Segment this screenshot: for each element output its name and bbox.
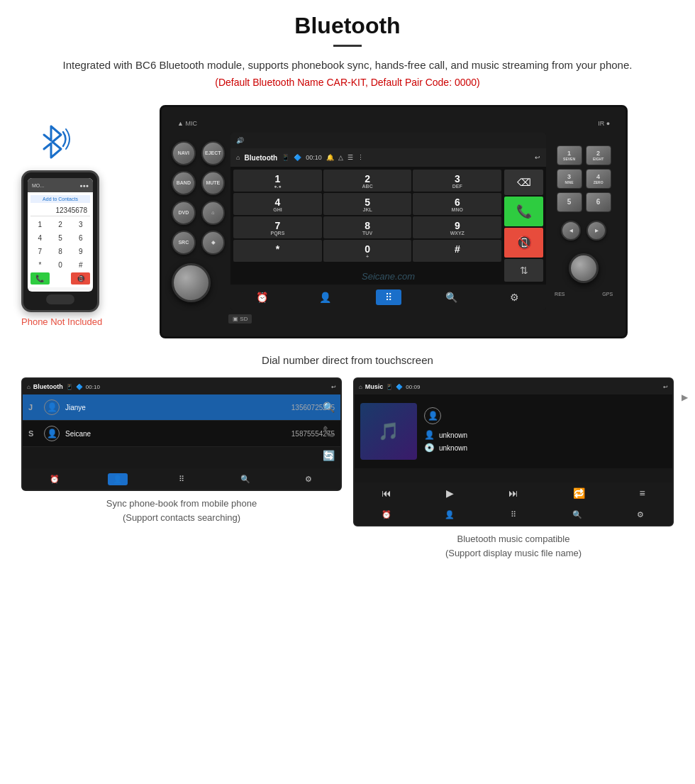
screen-icon-5: ⋮ (357, 154, 364, 161)
music-album: unknown (439, 444, 467, 452)
phone-screen: MO... ●●● Add to Contacts 12345678 1 2 3… (28, 178, 93, 292)
music-mini-nav-clock[interactable]: ⏰ (377, 510, 396, 519)
btn-3-nine[interactable]: 3NINE (557, 169, 582, 189)
dial-end-button[interactable]: 📵 (504, 228, 543, 258)
contact-letter-s: S (28, 429, 38, 438)
mute-button[interactable]: MUTE (201, 171, 226, 195)
mini-nav-clock[interactable]: ⏰ (45, 475, 65, 484)
title-divider (333, 45, 362, 47)
dial-key-star[interactable]: * (233, 240, 322, 262)
call-icon[interactable]: 📞 (323, 426, 335, 437)
music-mini-nav-search[interactable]: 🔍 (567, 510, 587, 519)
contacts-home-icon: ⌂ (27, 384, 30, 390)
dial-key-8[interactable]: 8TUV (323, 216, 412, 238)
dial-key-2[interactable]: 2ABC (323, 170, 412, 192)
home-button[interactable]: ⌂ (201, 201, 226, 225)
bluetooth-icon (31, 119, 74, 162)
refresh-icon[interactable]: 🔄 (323, 450, 335, 461)
sd-label: ▣ SD (228, 314, 252, 324)
dial-key-5[interactable]: 5JKL (323, 193, 412, 215)
nav-search[interactable]: 🔍 (439, 292, 465, 303)
contacts-action-icons: 🔍 📞 🔄 (323, 402, 335, 461)
dial-key-3[interactable]: 3DEF (413, 170, 501, 192)
search-icon[interactable]: 🔍 (323, 402, 335, 413)
car-unit: ▲ MIC IR ● NAVI EJECT BAND MUTE DVD (160, 105, 628, 338)
music-phone-icon: 📱 (386, 384, 393, 390)
dial-delete-button[interactable]: ⌫ (504, 170, 543, 195)
prev-track-icon[interactable]: ⏮ (382, 487, 391, 499)
bluetooth-status-icon: 🔷 (294, 154, 301, 161)
music-screen: ⌂ Music 📱 🔷 00:09 ↩ 🎵 👤 👤 (353, 377, 674, 526)
contact-avatar-j: 👤 (44, 399, 60, 415)
repeat-icon[interactable]: 🔁 (573, 487, 585, 499)
band-button[interactable]: BAND (172, 171, 196, 195)
dial-transfer-button[interactable]: ⇅ (504, 259, 543, 282)
dial-key-hash[interactable]: # (413, 240, 501, 262)
album-art: 🎵 (360, 403, 417, 460)
bluetooth-icon-area (31, 119, 74, 165)
screen-icon-4: ☰ (348, 154, 353, 161)
mini-nav-person[interactable]: 👤 (108, 473, 128, 485)
left-knob[interactable] (172, 263, 211, 302)
contacts-back-icon: ↩ (331, 384, 336, 390)
dial-key-0[interactable]: 0+ (323, 240, 412, 262)
dvd-button[interactable]: DVD (172, 201, 196, 225)
phone-number-display: 12345678 (30, 205, 90, 216)
page-title: Bluetooth (43, 13, 652, 39)
dial-call-button[interactable]: 📞 (504, 197, 543, 226)
page-note: (Default Bluetooth Name CAR-KIT, Default… (43, 77, 652, 88)
nav-person[interactable]: 👤 (313, 292, 338, 303)
btn-2-eight[interactable]: 2EIGHT (586, 145, 611, 165)
dial-key-7[interactable]: 7PQRS (233, 216, 322, 238)
phone-key-7: 7 (30, 245, 50, 258)
prev-button[interactable]: ◀ (561, 221, 581, 241)
nav-apps[interactable]: ⠿ (376, 289, 401, 305)
extra-button[interactable]: ◈ (201, 231, 226, 255)
page-header: Bluetooth Integrated with BC6 Bluetooth … (0, 0, 695, 105)
next-button[interactable]: ▶ (586, 221, 606, 241)
contact-letter-j: J (28, 403, 38, 412)
eject-button[interactable]: EJECT (201, 141, 226, 165)
phone-key-hash: # (71, 259, 90, 271)
phone-screen-top: MO... ●●● (28, 178, 93, 192)
mini-nav-search[interactable]: 🔍 (235, 475, 255, 484)
navi-button[interactable]: NAVI (172, 141, 196, 165)
nav-settings[interactable]: ⚙ (502, 292, 528, 303)
dial-area: 1●.● 2ABC 3DEF 4GHI 5JKL 6MNO 7PQRS (230, 167, 546, 285)
dial-key-4[interactable]: 4GHI (233, 193, 322, 215)
music-album-row: 💿 unknown (424, 443, 667, 453)
dial-key-1[interactable]: 1●.● (233, 170, 322, 192)
right-knob[interactable] (569, 253, 599, 283)
car-right-buttons: 1SEVEN 2EIGHT 3NINE 4ZERO 5 6 ◀ ▶ RES (552, 145, 616, 298)
music-status-bar: ⌂ Music 📱 🔷 00:09 ↩ (355, 379, 672, 394)
music-mini-nav-settings[interactable]: ⚙ (630, 510, 650, 519)
add-contacts-label: Add to Contacts (30, 195, 90, 203)
mini-nav-settings[interactable]: ⚙ (299, 475, 318, 484)
dial-key-9[interactable]: 9WXYZ (413, 216, 501, 238)
music-mini-nav-apps[interactable]: ⠿ (504, 510, 523, 519)
btn-5[interactable]: 5 (557, 192, 582, 212)
src-button[interactable]: SRC (172, 231, 196, 255)
phone-keypad: 1 2 3 4 5 6 7 8 9 * 0 # 📞 (30, 219, 90, 285)
play-icon[interactable]: ▶ (446, 487, 454, 499)
music-time: 00:09 (406, 384, 420, 390)
next-track-icon[interactable]: ⏭ (508, 487, 518, 499)
contact-row-seicane[interactable]: S 👤 Seicane 15875554275 (23, 421, 340, 447)
contact-row-jianye[interactable]: J 👤 Jianye 13560725235 (23, 394, 340, 421)
main-caption: Dial number direct from touchscreen (0, 354, 695, 366)
right-btn-grid: 1SEVEN 2EIGHT 3NINE 4ZERO 5 6 (557, 145, 611, 212)
nav-clock[interactable]: ⏰ (250, 292, 275, 303)
contact-avatar-s: 👤 (44, 426, 60, 441)
music-mini-nav-person[interactable]: 👤 (440, 510, 460, 519)
music-bt-icon: 🔷 (396, 384, 403, 390)
list-icon[interactable]: ≡ (639, 487, 645, 499)
btn-6[interactable]: 6 (586, 192, 611, 212)
btn-1-seven[interactable]: 1SEVEN (557, 145, 582, 165)
btn-row-2: BAND MUTE (172, 171, 225, 195)
dial-key-6[interactable]: 6MNO (413, 193, 501, 215)
music-nav-bar: ⏰ 👤 ⠿ 🔍 ⚙ (355, 504, 672, 525)
mini-nav-apps[interactable]: ⠿ (172, 475, 191, 484)
phone-key-empty (51, 272, 70, 285)
btn-4-zero[interactable]: 4ZERO (586, 169, 611, 189)
phone-call-button: 📞 (30, 272, 50, 285)
